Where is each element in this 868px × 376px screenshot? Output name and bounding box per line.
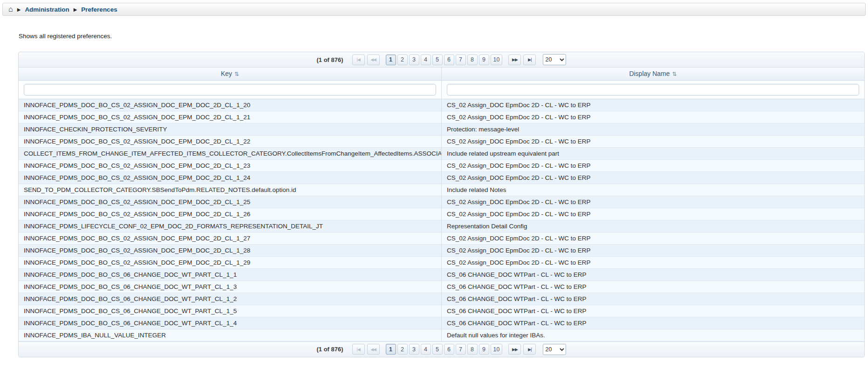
last-page-button[interactable]: ▶|: [523, 344, 536, 355]
key-cell: INNOFACE_CHECKIN_PROTECTION_SEVERITY: [19, 123, 442, 135]
display-name-cell: CS_02 Assign_DOC EpmDoc 2D - CL - WC to …: [442, 135, 865, 147]
display-name-cell: CS_06 CHANGE_DOC WTPart - CL - WC to ERP: [442, 268, 865, 280]
table-row[interactable]: INNOFACE_PDMS_DOC_BO_CS_02_ASSIGN_DOC_EP…: [19, 208, 864, 220]
first-page-button[interactable]: |◀: [352, 55, 365, 65]
key-cell: INNOFACE_PDMS_DOC_BO_CS_06_CHANGE_DOC_WT…: [19, 280, 442, 293]
page-button-8[interactable]: 8: [467, 344, 478, 355]
column-header-key-label: Key: [221, 70, 232, 77]
table-row[interactable]: INNOFACE_PDMS_DOC_BO_CS_02_ASSIGN_DOC_EP…: [19, 256, 864, 268]
display-name-cell: Include related upstream equivalent part: [442, 147, 865, 159]
intro-text: Shows all registered preferences.: [19, 33, 868, 40]
display-name-cell: CS_02 Assign_DOC EpmDoc 2D - CL - WC to …: [442, 171, 865, 184]
previous-page-button[interactable]: ◀◀: [367, 344, 380, 355]
table-row[interactable]: INNOFACE_CHECKIN_PROTECTION_SEVERITYProt…: [19, 123, 864, 135]
page-button-8[interactable]: 8: [467, 55, 478, 65]
display-name-cell: CS_06 CHANGE_DOC WTPart - CL - WC to ERP: [442, 317, 865, 329]
table-row[interactable]: INNOFACE_PDMS_DOC_BO_CS_02_ASSIGN_DOC_EP…: [19, 159, 864, 171]
key-cell: COLLECT_ITEMS_FROM_CHANGE_ITEM_AFFECTED_…: [19, 147, 442, 159]
sort-icon[interactable]: ⇅: [234, 71, 239, 77]
table-row[interactable]: INNOFACE_PDMS_IBA_NULL_VALUE_INTEGERDefa…: [19, 329, 864, 341]
display-name-cell: CS_02 Assign_DOC EpmDoc 2D - CL - WC to …: [442, 256, 865, 268]
preferences-panel: (1 of 876) |◀ ◀◀ 12345678910 ▶▶ ▶| 20 Ke…: [18, 52, 865, 357]
table-row[interactable]: COLLECT_ITEMS_FROM_CHANGE_ITEM_AFFECTED_…: [19, 147, 864, 159]
key-cell: INNOFACE_PDMS_DOC_BO_CS_06_CHANGE_DOC_WT…: [19, 268, 442, 280]
table-row[interactable]: INNOFACE_PDMS_DOC_BO_CS_06_CHANGE_DOC_WT…: [19, 317, 864, 329]
page-button-5[interactable]: 5: [432, 55, 443, 65]
page-button-6[interactable]: 6: [444, 55, 454, 65]
page-button-1[interactable]: 1: [386, 344, 396, 355]
display-name-cell: CS_02 Assign_DOC EpmDoc 2D - CL - WC to …: [442, 208, 865, 220]
display-name-cell: CS_02 Assign_DOC EpmDoc 2D - CL - WC to …: [442, 99, 865, 111]
key-cell: INNOFACE_PDMS_DOC_BO_CS_02_ASSIGN_DOC_EP…: [19, 208, 442, 220]
page-button-2[interactable]: 2: [397, 55, 408, 65]
table-row[interactable]: INNOFACE_PDMS_DOC_BO_CS_02_ASSIGN_DOC_EP…: [19, 232, 864, 244]
current-page-report: (1 of 876): [317, 56, 343, 63]
page-button-7[interactable]: 7: [456, 344, 466, 355]
next-page-button[interactable]: ▶▶: [508, 344, 521, 355]
display-name-cell: Default null values for integer IBAs.: [442, 329, 865, 341]
breadcrumb-item-preferences[interactable]: Preferences: [81, 6, 117, 13]
display-name-cell: Representation Detail Config: [442, 220, 865, 232]
table-row[interactable]: INNOFACE_PDMS_DOC_BO_CS_06_CHANGE_DOC_WT…: [19, 280, 864, 293]
display-name-filter-input[interactable]: [447, 84, 859, 96]
column-header-key[interactable]: Key⇅: [19, 68, 442, 80]
paginator-pages: 12345678910: [386, 55, 503, 65]
page-button-3[interactable]: 3: [409, 55, 419, 65]
page-button-2[interactable]: 2: [397, 344, 408, 355]
first-page-button[interactable]: |◀: [352, 344, 365, 355]
next-page-button[interactable]: ▶▶: [508, 55, 521, 65]
display-name-cell: CS_06 CHANGE_DOC WTPart - CL - WC to ERP: [442, 280, 865, 293]
page-button-5[interactable]: 5: [432, 344, 443, 355]
table-row[interactable]: INNOFACE_PDMS_DOC_BO_CS_02_ASSIGN_DOC_EP…: [19, 135, 864, 147]
table-body: INNOFACE_PDMS_DOC_BO_CS_02_ASSIGN_DOC_EP…: [19, 99, 864, 341]
sort-icon[interactable]: ⇅: [672, 71, 677, 77]
page-button-10[interactable]: 10: [491, 55, 503, 65]
column-header-display-name[interactable]: Display Name⇅: [442, 68, 865, 80]
table-row[interactable]: INNOFACE_PDMS_DOC_BO_CS_02_ASSIGN_DOC_EP…: [19, 244, 864, 256]
paginator-pages: 12345678910: [386, 344, 503, 355]
table-row[interactable]: INNOFACE_PDMS_DOC_BO_CS_02_ASSIGN_DOC_EP…: [19, 99, 864, 111]
display-name-cell: Protection: message-level: [442, 123, 865, 135]
last-page-button[interactable]: ▶|: [523, 55, 536, 65]
key-filter-input[interactable]: [24, 84, 436, 96]
display-name-cell: CS_02 Assign_DOC EpmDoc 2D - CL - WC to …: [442, 111, 865, 123]
key-cell: INNOFACE_PDMS_DOC_BO_CS_02_ASSIGN_DOC_EP…: [19, 111, 442, 123]
key-cell: INNOFACE_PDMS_DOC_BO_CS_02_ASSIGN_DOC_EP…: [19, 196, 442, 208]
table-row[interactable]: INNOFACE_PDMS_DOC_BO_CS_06_CHANGE_DOC_WT…: [19, 268, 864, 280]
key-cell: INNOFACE_PDMS_DOC_BO_CS_02_ASSIGN_DOC_EP…: [19, 159, 442, 171]
table-row[interactable]: INNOFACE_PDMS_LIFECYCLE_CONF_02_EPM_DOC_…: [19, 220, 864, 232]
page-button-4[interactable]: 4: [421, 55, 431, 65]
key-cell: INNOFACE_PDMS_DOC_BO_CS_02_ASSIGN_DOC_EP…: [19, 99, 442, 111]
page-button-10[interactable]: 10: [491, 344, 503, 355]
table-row[interactable]: INNOFACE_PDMS_DOC_BO_CS_06_CHANGE_DOC_WT…: [19, 305, 864, 317]
table-row[interactable]: INNOFACE_PDMS_DOC_BO_CS_02_ASSIGN_DOC_EP…: [19, 171, 864, 184]
page-button-1[interactable]: 1: [386, 55, 396, 65]
display-name-cell: CS_06 CHANGE_DOC WTPart - CL - WC to ERP: [442, 305, 865, 317]
rows-per-page-select[interactable]: 20: [543, 344, 566, 355]
home-icon[interactable]: ⌂: [8, 6, 13, 13]
page-button-3[interactable]: 3: [409, 344, 419, 355]
table-row[interactable]: INNOFACE_PDMS_DOC_BO_CS_06_CHANGE_DOC_WT…: [19, 293, 864, 305]
paginator-bottom: (1 of 876) |◀ ◀◀ 12345678910 ▶▶ ▶| 20: [19, 342, 864, 357]
table-row[interactable]: INNOFACE_PDMS_DOC_BO_CS_02_ASSIGN_DOC_EP…: [19, 111, 864, 123]
breadcrumb: ⌂ ▶ Administration ▶ Preferences: [2, 3, 866, 16]
rows-per-page-select[interactable]: 20: [543, 54, 566, 65]
header-row: Key⇅ Display Name⇅: [19, 68, 864, 80]
key-cell: INNOFACE_PDMS_DOC_BO_CS_02_ASSIGN_DOC_EP…: [19, 256, 442, 268]
previous-page-button[interactable]: ◀◀: [367, 55, 380, 65]
breadcrumb-item-administration[interactable]: Administration: [25, 6, 69, 13]
page-button-9[interactable]: 9: [479, 55, 489, 65]
table-row[interactable]: INNOFACE_PDMS_DOC_BO_CS_02_ASSIGN_DOC_EP…: [19, 196, 864, 208]
display-name-cell: CS_02 Assign_DOC EpmDoc 2D - CL - WC to …: [442, 232, 865, 244]
key-cell: INNOFACE_PDMS_DOC_BO_CS_06_CHANGE_DOC_WT…: [19, 305, 442, 317]
table-row[interactable]: SEND_TO_PDM_COLLECTOR_CATEGORY.SBSendToP…: [19, 184, 864, 196]
page-button-6[interactable]: 6: [444, 344, 454, 355]
key-cell: INNOFACE_PDMS_LIFECYCLE_CONF_02_EPM_DOC_…: [19, 220, 442, 232]
page-button-4[interactable]: 4: [421, 344, 431, 355]
display-name-cell: CS_06 CHANGE_DOC WTPart - CL - WC to ERP: [442, 293, 865, 305]
page-button-9[interactable]: 9: [479, 344, 489, 355]
key-cell: INNOFACE_PDMS_IBA_NULL_VALUE_INTEGER: [19, 329, 442, 341]
display-name-cell: CS_02 Assign_DOC EpmDoc 2D - CL - WC to …: [442, 159, 865, 171]
page-button-7[interactable]: 7: [456, 55, 466, 65]
paginator-top: (1 of 876) |◀ ◀◀ 12345678910 ▶▶ ▶| 20: [19, 52, 864, 68]
